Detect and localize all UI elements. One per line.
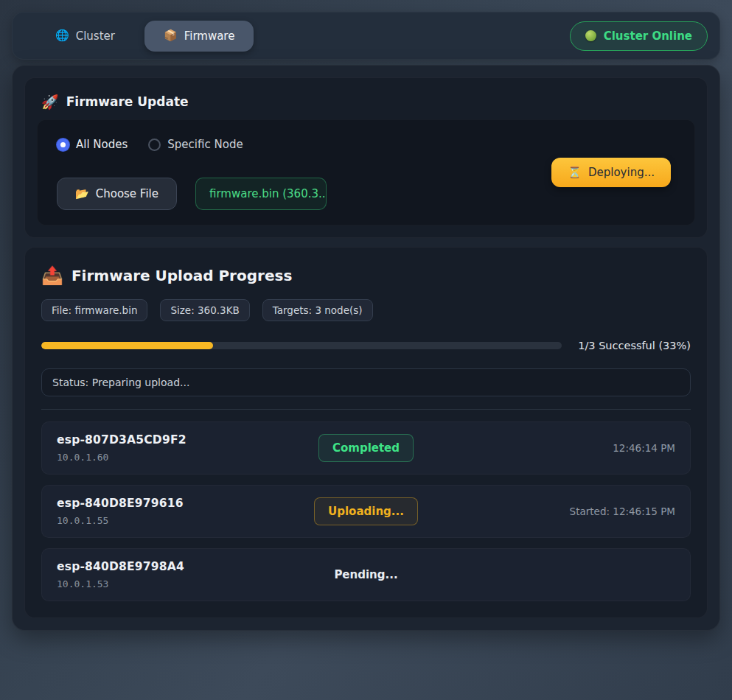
radio-selected-icon[interactable] xyxy=(57,139,69,151)
file-badge: File: firmware.bin xyxy=(41,299,147,321)
node-ip: 10.0.1.55 xyxy=(57,515,314,526)
node-ip: 10.0.1.53 xyxy=(57,578,331,589)
progress-bar-fill xyxy=(41,342,213,349)
rocket-icon: 🚀 xyxy=(41,95,59,109)
node-status-badge: Uploading... xyxy=(314,497,418,525)
tab-firmware[interactable]: 📦 Firmware xyxy=(144,21,254,52)
firmware-update-title: 🚀 Firmware Update xyxy=(37,90,695,119)
folder-icon: 📂 xyxy=(75,189,89,200)
node-status-badge: Completed xyxy=(318,434,414,462)
status-message-box: Status: Preparing upload... xyxy=(41,368,691,396)
tab-cluster[interactable]: 🌐 Cluster xyxy=(42,21,128,52)
firmware-dashboard: 🌐 Cluster 📦 Firmware Cluster Online 🚀 Fi… xyxy=(0,0,732,643)
node-identity: esp-840D8E9798A4 10.0.1.53 xyxy=(57,560,331,589)
progress-label: 1/3 Successful (33%) xyxy=(578,340,691,351)
firmware-update-title-text: Firmware Update xyxy=(66,94,189,109)
node-identity: esp-807D3A5CD9F2 10.0.1.60 xyxy=(57,433,318,463)
node-name: esp-807D3A5CD9F2 xyxy=(57,433,318,447)
targets-badge: Targets: 3 node(s) xyxy=(262,299,373,321)
upload-meta-badges: File: firmware.bin Size: 360.3KB Targets… xyxy=(41,299,695,321)
cluster-status-badge: Cluster Online xyxy=(570,21,708,51)
node-list-divider xyxy=(41,409,691,410)
outbox-tray-icon: 📤 xyxy=(41,267,63,284)
node-timestamp: Started: 12:46:15 PM xyxy=(418,505,675,517)
size-badge: Size: 360.3KB xyxy=(160,299,249,321)
node-row-1: esp-807D3A5CD9F2 10.0.1.60 Completed 12:… xyxy=(41,421,691,475)
node-status-badge: Pending... xyxy=(331,561,400,588)
node-ip: 10.0.1.60 xyxy=(57,452,318,463)
package-icon: 📦 xyxy=(164,30,178,41)
online-dot-icon xyxy=(585,30,596,41)
radio-all-nodes-label: All Nodes xyxy=(76,138,128,151)
selected-file-chip: firmware.bin (360.3... xyxy=(195,178,327,210)
upload-progress-title: 📤 Firmware Upload Progress xyxy=(37,259,695,287)
choose-file-label: Choose File xyxy=(96,187,158,200)
deploy-button[interactable]: ⏳ Deploying... xyxy=(551,158,671,187)
deploy-button-label: Deploying... xyxy=(588,166,655,179)
main-content: 🚀 Firmware Update All Nodes Specific Nod… xyxy=(12,65,720,631)
node-row-3: esp-840D8E9798A4 10.0.1.53 Pending... xyxy=(41,548,691,601)
node-name: esp-840D8E979616 xyxy=(57,497,314,510)
choose-file-button[interactable]: 📂 Choose File xyxy=(57,178,177,210)
upload-progress-card: 📤 Firmware Upload Progress File: firmwar… xyxy=(24,247,708,618)
cluster-status-label: Cluster Online xyxy=(604,29,692,43)
radio-all-nodes[interactable]: All Nodes xyxy=(57,138,128,151)
radio-specific-node[interactable]: Specific Node xyxy=(148,138,243,151)
tab-cluster-label: Cluster xyxy=(76,29,115,43)
globe-icon: 🌐 xyxy=(55,30,69,41)
node-identity: esp-840D8E979616 10.0.1.55 xyxy=(57,497,314,526)
firmware-update-card: 🚀 Firmware Update All Nodes Specific Nod… xyxy=(24,77,708,238)
node-timestamp: 12:46:14 PM xyxy=(414,442,675,454)
upload-progress-title-text: Firmware Upload Progress xyxy=(72,267,292,284)
progress-bar-track xyxy=(41,342,562,349)
hourglass-icon: ⏳ xyxy=(568,167,582,178)
file-select-row: 📂 Choose File firmware.bin (360.3... xyxy=(49,178,551,210)
node-row-2: esp-840D8E979616 10.0.1.55 Uploading... … xyxy=(41,485,691,538)
radio-specific-node-label: Specific Node xyxy=(167,138,243,151)
upload-controls-panel: All Nodes Specific Node 📂 Choose File fi… xyxy=(37,119,695,225)
target-mode-radios: All Nodes Specific Node xyxy=(49,135,551,154)
tab-firmware-label: Firmware xyxy=(184,29,235,43)
top-navbar: 🌐 Cluster 📦 Firmware Cluster Online xyxy=(12,12,720,60)
upload-controls-left: All Nodes Specific Node 📂 Choose File fi… xyxy=(49,135,551,210)
radio-unselected-icon[interactable] xyxy=(148,139,161,151)
node-name: esp-840D8E9798A4 xyxy=(57,560,331,573)
overall-progress-row: 1/3 Successful (33%) xyxy=(41,340,691,351)
